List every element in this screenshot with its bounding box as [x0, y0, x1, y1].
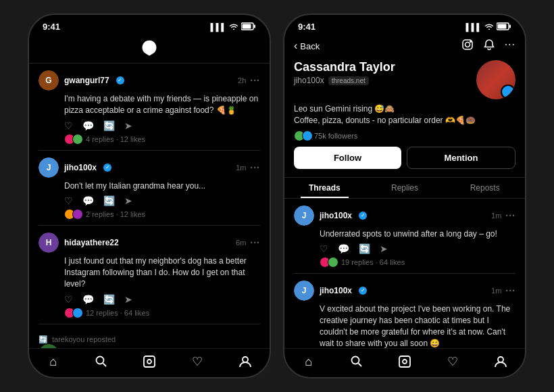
- post-user: J jiho100x ✓: [294, 280, 367, 301]
- status-bar-2: 9:41 ▌▌▌: [284, 15, 525, 34]
- username: gwangurl77: [64, 76, 109, 85]
- more-options-icon[interactable]: ···: [250, 162, 260, 173]
- threads-logo: @: [140, 39, 159, 57]
- tab-reposts-label: Reposts: [470, 183, 500, 193]
- nav-compose[interactable]: [139, 354, 159, 369]
- profile-header-icons: ···: [461, 39, 515, 53]
- repost-icon[interactable]: 🔄: [359, 243, 370, 254]
- more-options-icon[interactable]: ···: [505, 285, 515, 296]
- wifi-icon-1: [229, 23, 238, 31]
- wifi-icon-2: [484, 23, 494, 31]
- more-options-icon[interactable]: ···: [250, 237, 260, 248]
- more-options-icon[interactable]: ···: [505, 210, 515, 221]
- repost-indicator: 🔄 tarekoyou reposted: [39, 331, 260, 344]
- reply-count: 19 replies · 64 likes: [341, 258, 405, 266]
- profile-post-item: J jiho100x ✓ 1m ··· Underrated spots to …: [294, 199, 515, 274]
- nav-home-2[interactable]: ⌂: [299, 355, 319, 369]
- verified-badge: ✓: [359, 287, 367, 295]
- avatar: J: [294, 205, 314, 226]
- repost-small-icon: 🔄: [39, 335, 48, 344]
- nav-search[interactable]: [91, 355, 111, 368]
- back-chevron-icon: ‹: [294, 40, 297, 52]
- post-content: Underrated spots to unwind after a long …: [320, 228, 515, 240]
- notification-icon[interactable]: [483, 39, 495, 53]
- share-icon[interactable]: ➤: [124, 120, 132, 131]
- post-user: H hidayathere22: [39, 232, 119, 253]
- back-label: Back: [300, 41, 320, 51]
- avatar-img: H: [39, 232, 59, 253]
- more-options-icon[interactable]: ···: [250, 75, 260, 86]
- nav-likes[interactable]: ♡: [187, 354, 207, 369]
- signal-icon-1: ▌▌▌: [211, 23, 226, 31]
- username: jiho100x: [64, 163, 97, 172]
- share-icon[interactable]: ➤: [380, 243, 388, 254]
- more-options-icon[interactable]: ···: [505, 39, 515, 53]
- like-icon[interactable]: ♡: [64, 294, 73, 305]
- like-icon[interactable]: ♡: [320, 243, 328, 254]
- avatar: G: [39, 70, 59, 91]
- bottom-nav-2: ⌂ ♡: [284, 348, 525, 377]
- svg-line-5: [103, 364, 106, 367]
- tab-threads[interactable]: Threads: [284, 178, 365, 198]
- post-time: 6m: [236, 239, 246, 247]
- mini-avatars: [64, 308, 80, 318]
- post-header: J jiho100x ✓ 1m ···: [39, 157, 260, 178]
- mini-avatars: [64, 209, 80, 220]
- share-icon[interactable]: ➤: [124, 195, 132, 206]
- followers-count: 75k followers: [314, 132, 357, 140]
- repost-icon[interactable]: 🔄: [103, 120, 115, 131]
- avatar: H: [39, 232, 59, 253]
- post-actions: ♡ 💬 🔄 ➤: [64, 195, 260, 206]
- comment-icon[interactable]: 💬: [338, 243, 349, 254]
- post-user: J jiho100x ✓: [294, 205, 367, 226]
- post-meta: 1m ···: [491, 285, 515, 296]
- tab-reposts[interactable]: Reposts: [445, 178, 525, 198]
- signal-icon-2: ▌▌▌: [466, 23, 482, 31]
- status-bar-1: 9:41 ▌▌▌: [29, 15, 270, 34]
- mini-avatar: [72, 308, 83, 318]
- like-icon[interactable]: ♡: [64, 120, 73, 131]
- post-content: I'm having a debate with my friends — is…: [64, 93, 260, 116]
- post-item: 🔄 tarekoyou reposted + aimi.allover 2h ·…: [39, 324, 260, 348]
- post-meta: 6m ···: [236, 237, 260, 248]
- comment-icon[interactable]: 💬: [82, 195, 94, 206]
- avatar-img: G: [39, 70, 59, 91]
- post-item: G gwangurl77 ✓ 2h ··· I'm having a debat…: [39, 64, 260, 151]
- post-stats: 12 replies · 64 likes: [64, 308, 260, 318]
- nav-search-2[interactable]: [347, 355, 367, 368]
- reply-count: 12 replies · 64 likes: [86, 309, 149, 317]
- post-content: I just found out that my neighbor's dog …: [64, 255, 260, 289]
- like-icon[interactable]: ♡: [64, 195, 73, 206]
- mention-button[interactable]: Mention: [407, 147, 515, 169]
- post-item: J jiho100x ✓ 1m ··· Don't let my Italian…: [39, 151, 260, 226]
- comment-icon[interactable]: 💬: [82, 120, 94, 131]
- nav-profile-2[interactable]: [490, 355, 511, 368]
- nav-profile[interactable]: [235, 355, 255, 368]
- post-actions: ♡ 💬 🔄 ➤: [64, 120, 260, 131]
- post-time: 2h: [238, 76, 246, 84]
- status-icons-1: ▌▌▌: [211, 22, 256, 32]
- follow-button[interactable]: Follow: [294, 147, 401, 169]
- time-2: 9:41: [298, 22, 316, 32]
- instagram-icon[interactable]: [461, 39, 474, 53]
- repost-icon[interactable]: 🔄: [103, 294, 115, 305]
- nav-likes-2[interactable]: ♡: [443, 354, 463, 369]
- tab-replies[interactable]: Replies: [365, 178, 445, 198]
- share-icon[interactable]: ➤: [124, 294, 132, 305]
- avatar: J: [39, 157, 59, 178]
- profile-info: Cassandra Taylor jiho100x threads.net Le…: [284, 57, 525, 178]
- nav-home[interactable]: ⌂: [43, 355, 64, 369]
- svg-point-14: [470, 41, 471, 43]
- back-button[interactable]: ‹ Back: [294, 40, 320, 52]
- nav-compose-2[interactable]: [395, 354, 415, 369]
- svg-rect-1: [243, 24, 251, 28]
- reply-count: 4 replies · 12 likes: [86, 135, 145, 143]
- battery-icon-2: [497, 22, 511, 32]
- svg-point-15: [351, 357, 359, 364]
- post-header: J jiho100x ✓ 1m ···: [294, 205, 515, 226]
- profile-avatar-large: [476, 60, 515, 99]
- svg-point-13: [465, 43, 470, 47]
- mini-avatars: [320, 257, 336, 268]
- repost-icon[interactable]: 🔄: [103, 195, 115, 206]
- comment-icon[interactable]: 💬: [82, 294, 94, 305]
